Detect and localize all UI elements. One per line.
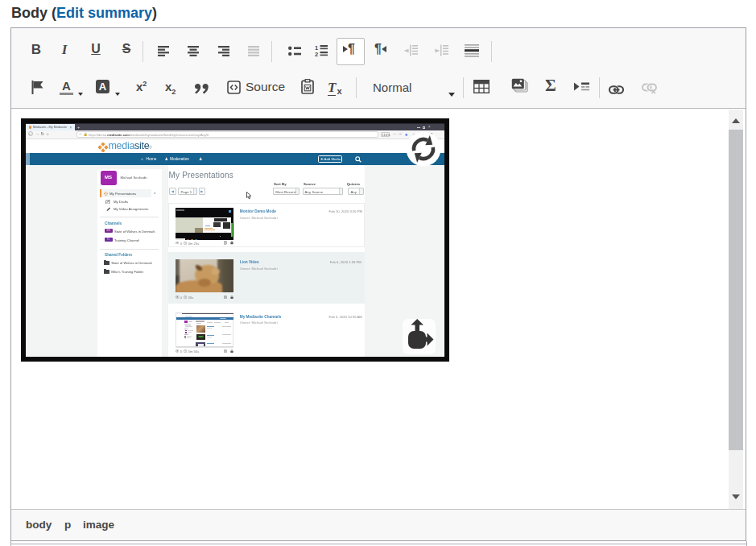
svg-text:2: 2: [315, 51, 318, 57]
